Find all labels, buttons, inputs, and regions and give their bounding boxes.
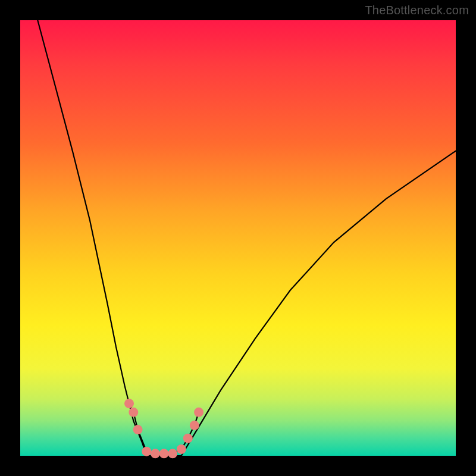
marker-dot (190, 421, 199, 430)
marker-dot (133, 425, 143, 434)
bottleneck-curve (37, 20, 456, 456)
watermark-text: TheBottleneck.com (365, 4, 469, 17)
marker-dot (177, 444, 186, 454)
marker-dot (183, 434, 193, 443)
marker-dot (194, 408, 203, 417)
black-frame: TheBottleneck.com (0, 0, 476, 476)
plot-area (20, 20, 456, 456)
marker-dot (129, 408, 138, 417)
chart-svg (20, 20, 456, 456)
marker-dot (159, 449, 169, 458)
marker-dot (151, 449, 160, 458)
marker-dot (124, 399, 134, 408)
marker-dot (142, 447, 151, 456)
marker-dot (168, 449, 177, 458)
marker-group (124, 399, 203, 458)
